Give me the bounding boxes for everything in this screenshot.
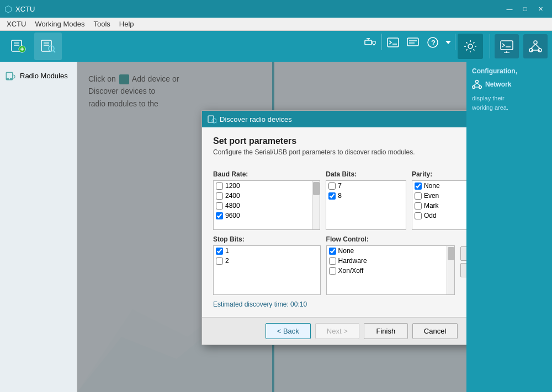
menu-xctu[interactable]: XCTU bbox=[2, 19, 30, 29]
flow-xonxoff-item[interactable]: Xon/Xoff bbox=[327, 266, 454, 276]
right-panel-network: Network bbox=[472, 79, 546, 89]
svg-line-50 bbox=[477, 83, 480, 86]
minimize-button[interactable]: — bbox=[502, 3, 517, 14]
parity-even-checkbox[interactable] bbox=[415, 192, 422, 200]
flow-xonxoff-label: Xon/Xoff bbox=[338, 267, 364, 275]
stop-bits-1-checkbox[interactable] bbox=[216, 248, 223, 255]
sidebar: Radio Modules bbox=[0, 62, 77, 392]
parity-even-item[interactable]: Even bbox=[412, 191, 466, 201]
data-bits-7-item[interactable]: 7 bbox=[326, 181, 406, 191]
baud-2400-checkbox[interactable] bbox=[216, 192, 223, 200]
dropdown-arrow-icon[interactable] bbox=[444, 34, 453, 51]
settings-button[interactable] bbox=[458, 34, 483, 59]
baud-9600-label: 9600 bbox=[225, 212, 240, 219]
baud-1200-checkbox[interactable] bbox=[216, 182, 223, 190]
svg-point-35 bbox=[9, 78, 10, 79]
svg-rect-23 bbox=[501, 41, 513, 50]
dialog-footer: < Back Next > Finish Cancel bbox=[202, 317, 466, 345]
right-panel-desc: display their working area. bbox=[472, 94, 546, 112]
stop-bits-1-item[interactable]: 1 bbox=[214, 246, 320, 256]
flow-xonxoff-checkbox[interactable] bbox=[329, 267, 336, 275]
menu-working-modes[interactable]: Working Modes bbox=[30, 19, 89, 29]
discover-devices-button[interactable] bbox=[34, 33, 62, 60]
menubar: XCTU Working Modes Tools Help bbox=[0, 18, 552, 31]
sidebar-item-radio-modules[interactable]: Radio Modules bbox=[0, 66, 77, 85]
flow-hardware-item[interactable]: Hardware bbox=[327, 256, 454, 266]
select-all-button[interactable]: Select all bbox=[460, 246, 466, 261]
terminal-icon-button[interactable] bbox=[495, 34, 519, 58]
baud-9600-item[interactable]: 9600 bbox=[214, 211, 320, 221]
close-button[interactable]: ✕ bbox=[533, 3, 548, 14]
data-bits-7-label: 7 bbox=[338, 182, 342, 190]
right-panel: Configuration, Network display their wor… bbox=[466, 62, 552, 392]
stop-bits-2-checkbox[interactable] bbox=[216, 257, 223, 265]
parity-mark-item[interactable]: Mark bbox=[412, 201, 466, 211]
cancel-button[interactable]: Cancel bbox=[412, 323, 458, 339]
svg-line-30 bbox=[531, 44, 535, 49]
parity-group: Parity: None Even bbox=[412, 170, 466, 230]
app-icon: ⬡ bbox=[4, 4, 12, 14]
tools-icon-button[interactable] bbox=[362, 34, 379, 51]
add-device-button[interactable] bbox=[4, 33, 32, 60]
estimated-time: Estimated discovery time: 00:10 bbox=[213, 300, 466, 308]
baud-2400-label: 2400 bbox=[225, 192, 240, 200]
maximize-button[interactable]: □ bbox=[518, 3, 532, 14]
flow-none-item[interactable]: None bbox=[327, 246, 454, 256]
svg-marker-21 bbox=[445, 41, 451, 44]
dialog-header: Set port parameters Configure the Serial… bbox=[213, 136, 466, 164]
parity-none-label: None bbox=[424, 182, 440, 190]
dialog-title-icon bbox=[208, 115, 216, 123]
right-panel-config-label: Configuration, bbox=[472, 67, 546, 75]
side-buttons-group: Select all Deselect all bbox=[460, 235, 466, 295]
messages-icon-button[interactable] bbox=[404, 34, 422, 51]
flow-control-label: Flow Control: bbox=[326, 235, 455, 243]
parity-none-checkbox[interactable] bbox=[415, 182, 422, 190]
data-bits-list[interactable]: 7 8 bbox=[326, 180, 406, 230]
parity-list[interactable]: None Even Mark bbox=[412, 180, 466, 230]
deselect-all-button[interactable]: Deselect all bbox=[460, 263, 466, 277]
parity-mark-checkbox[interactable] bbox=[415, 202, 422, 210]
data-bits-label: Data Bits: bbox=[326, 170, 406, 178]
data-bits-8-checkbox[interactable] bbox=[328, 192, 336, 200]
flow-control-group: Flow Control: None Hardware bbox=[326, 235, 455, 295]
baud-4800-checkbox[interactable] bbox=[216, 202, 223, 210]
right-panel-network-label: Network bbox=[485, 80, 511, 88]
baud-rate-list[interactable]: 1200 2400 4800 bbox=[213, 180, 320, 230]
network-icon-button[interactable] bbox=[523, 34, 548, 58]
window-controls: — □ ✕ bbox=[502, 3, 548, 14]
dialog-titlebar: Discover radio devices — □ ✕ bbox=[202, 111, 466, 127]
parity-odd-label: Odd bbox=[424, 212, 437, 219]
svg-point-22 bbox=[468, 44, 473, 49]
params-row-1: Baud Rate: 1200 2400 bbox=[213, 170, 466, 230]
finish-button[interactable]: Finish bbox=[364, 323, 408, 339]
menu-tools[interactable]: Tools bbox=[89, 19, 114, 29]
svg-rect-34 bbox=[7, 73, 12, 78]
flow-none-checkbox[interactable] bbox=[329, 248, 336, 255]
baud-rate-label: Baud Rate: bbox=[213, 170, 320, 178]
flow-hardware-checkbox[interactable] bbox=[329, 257, 336, 265]
stop-bits-2-item[interactable]: 2 bbox=[214, 256, 320, 266]
baud-1200-item[interactable]: 1200 bbox=[214, 181, 320, 191]
flow-hardware-label: Hardware bbox=[338, 257, 367, 265]
baud-2400-item[interactable]: 2400 bbox=[214, 191, 320, 201]
svg-rect-16 bbox=[407, 38, 418, 46]
dialog-title-label: Discover radio devices bbox=[220, 115, 292, 123]
parity-none-item[interactable]: None bbox=[412, 181, 466, 191]
data-bits-8-item[interactable]: 8 bbox=[326, 191, 406, 201]
baud-4800-item[interactable]: 4800 bbox=[214, 201, 320, 211]
stop-bits-2-label: 2 bbox=[225, 257, 229, 265]
flow-control-list[interactable]: None Hardware Xon/Xoff bbox=[326, 245, 455, 295]
svg-line-10 bbox=[54, 51, 55, 52]
svg-line-40 bbox=[216, 122, 216, 123]
baud-9600-checkbox[interactable] bbox=[216, 212, 223, 219]
menu-help[interactable]: Help bbox=[115, 19, 139, 29]
help-icon-button[interactable]: ? bbox=[424, 34, 442, 51]
console-icon-button[interactable] bbox=[384, 34, 402, 51]
parity-odd-checkbox[interactable] bbox=[415, 212, 422, 219]
data-bits-7-checkbox[interactable] bbox=[328, 182, 336, 190]
parity-mark-label: Mark bbox=[424, 202, 439, 210]
parity-odd-item[interactable]: Odd bbox=[412, 211, 466, 221]
back-button[interactable]: < Back bbox=[266, 323, 311, 339]
stop-bits-list[interactable]: 1 2 bbox=[213, 245, 321, 295]
dialog-step-title: Set port parameters bbox=[213, 136, 466, 146]
